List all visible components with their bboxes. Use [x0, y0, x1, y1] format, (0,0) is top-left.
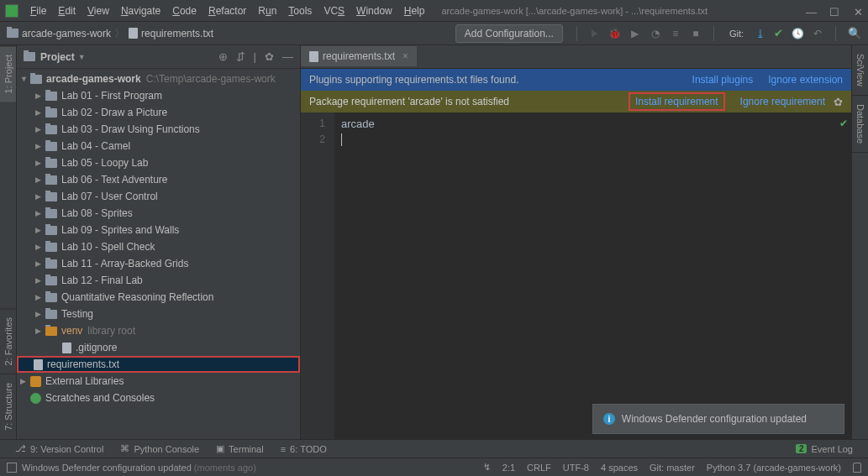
tree-folder[interactable]: ▶Lab 08 - Sprites [17, 205, 300, 222]
tree-folder[interactable]: ▶Lab 02 - Draw a Picture [17, 104, 300, 121]
breadcrumb-file[interactable]: requirements.txt [129, 28, 213, 39]
tree-folder[interactable]: ▶Testing [17, 306, 300, 322]
project-tree[interactable]: ▼ arcade-games-work C:\Temp\arcade-games… [17, 69, 300, 439]
expand-icon[interactable]: ▶ [35, 142, 44, 150]
tree-external-libraries[interactable]: ▶ External Libraries [17, 373, 300, 390]
indent-setting[interactable]: 4 spaces [601, 463, 638, 473]
event-log-tab[interactable]: 2 Event Log [787, 444, 861, 454]
tree-folder[interactable]: ▶Quantitative Reasoning Reflection [17, 289, 300, 306]
tree-folder[interactable]: ▶Lab 01 - First Program [17, 87, 300, 104]
expand-icon[interactable]: ▶ [35, 108, 44, 117]
profile-button[interactable]: ◔ [650, 28, 661, 39]
expand-icon[interactable]: ▶ [35, 310, 44, 318]
caret-position[interactable]: 2:1 [502, 463, 515, 473]
expand-icon[interactable]: ▶ [35, 92, 44, 100]
git-commit-icon[interactable]: ✔ [774, 27, 783, 39]
expand-icon[interactable]: ▶ [35, 259, 44, 268]
readonly-icon[interactable] [853, 463, 861, 473]
expand-icon[interactable]: ▶ [35, 276, 44, 285]
editor-tab-requirements[interactable]: requirements.txt × [301, 46, 417, 68]
line-separator[interactable]: CRLF [527, 463, 551, 473]
expand-icon[interactable]: ▶ [35, 192, 44, 201]
expand-icon[interactable]: ▼ [20, 75, 29, 83]
minimize-button[interactable]: — [806, 6, 816, 16]
tree-gitignore[interactable]: .gitignore [17, 339, 300, 356]
run-button[interactable] [589, 28, 601, 39]
expand-icon[interactable]: ▶ [35, 159, 44, 167]
tab-favorites[interactable]: 2: Favorites [0, 308, 16, 374]
stop-button[interactable]: ■ [690, 28, 702, 39]
code-editor[interactable]: 1 2 arcade ✔ [301, 112, 851, 439]
git-update-icon[interactable]: ⤓ [755, 27, 765, 40]
version-control-tab[interactable]: ⎇ 9: Version Control [7, 443, 112, 454]
goto-icon[interactable]: ↯ [483, 462, 491, 473]
tree-folder[interactable]: ▶Lab 11 - Array-Backed Grids [17, 255, 300, 272]
concurrency-button[interactable]: ≡ [670, 28, 681, 39]
tree-folder[interactable]: ▶Lab 07 - User Control [17, 188, 300, 205]
close-tab-icon[interactable]: × [402, 50, 408, 62]
tree-root[interactable]: ▼ arcade-games-work C:\Temp\arcade-games… [17, 71, 300, 87]
ignore-extension-link[interactable]: Ignore extension [768, 74, 843, 86]
panel-title[interactable]: Project [40, 51, 75, 63]
banner-settings-icon[interactable]: ✿ [834, 96, 843, 108]
git-branch[interactable]: Git: master [650, 463, 695, 473]
tab-structure[interactable]: 7: Structure [0, 374, 16, 439]
expand-icon[interactable]: ▶ [35, 293, 44, 301]
menu-code[interactable]: Code [167, 3, 202, 19]
menu-edit[interactable]: Edit [53, 3, 81, 19]
tree-folder[interactable]: ▶Lab 09 - Sprites and Walls [17, 222, 300, 238]
breadcrumb-project[interactable]: arcade-games-work [7, 28, 111, 39]
ignore-requirement-link[interactable]: Ignore requirement [740, 96, 825, 107]
panel-hide-icon[interactable]: — [282, 50, 293, 63]
collapse-icon[interactable]: ⇵ [236, 50, 245, 63]
install-requirement-link[interactable]: Install requirement [629, 92, 725, 111]
menu-refactor[interactable]: Refactor [203, 3, 251, 19]
tree-scratches[interactable]: Scratches and Consoles [17, 390, 300, 406]
expand-icon[interactable]: ▶ [35, 209, 44, 217]
code-content[interactable]: arcade [334, 112, 851, 439]
expand-icon[interactable]: ▶ [20, 377, 29, 385]
search-everywhere-icon[interactable]: 🔍 [848, 27, 861, 39]
expand-icon[interactable]: ▶ [35, 327, 44, 335]
locate-icon[interactable]: ⊕ [218, 50, 228, 63]
tree-requirements[interactable]: requirements.txt [17, 356, 300, 373]
close-button[interactable]: ✕ [853, 6, 863, 16]
tab-project[interactable]: 1: Project [0, 45, 16, 102]
tree-folder[interactable]: ▶Lab 12 - Final Lab [17, 272, 300, 289]
menu-run[interactable]: Run [253, 3, 281, 19]
panel-settings-icon[interactable]: ✿ [265, 50, 274, 63]
maximize-button[interactable]: ☐ [829, 6, 839, 16]
tree-folder[interactable]: ▶Lab 03 - Draw Using Functions [17, 121, 300, 138]
tree-folder[interactable]: ▶Lab 04 - Camel [17, 138, 300, 154]
tree-folder[interactable]: ▶Lab 06 - Text Adventure [17, 171, 300, 188]
menu-tools[interactable]: Tools [283, 3, 317, 19]
python-interpreter[interactable]: Python 3.7 (arcade-games-work) [707, 463, 841, 473]
menu-window[interactable]: Window [351, 3, 397, 19]
install-plugins-link[interactable]: Install plugins [692, 74, 754, 86]
todo-tab[interactable]: ≡ 6: TODO [272, 444, 335, 454]
expand-icon[interactable]: ▶ [35, 125, 44, 133]
menu-view[interactable]: View [82, 3, 114, 19]
terminal-tab[interactable]: ▣ Terminal [208, 443, 272, 454]
add-configuration-button[interactable]: Add Configuration... [455, 24, 563, 43]
tool-windows-icon[interactable] [7, 463, 17, 473]
menu-navigate[interactable]: Navigate [116, 3, 166, 19]
coverage-button[interactable]: ▶ [629, 28, 641, 39]
tree-venv[interactable]: ▶ venv library root [17, 322, 300, 339]
python-console-tab[interactable]: ⌘ Python Console [112, 443, 208, 454]
tab-database[interactable]: Database [852, 96, 868, 153]
panel-dropdown-icon[interactable]: ▼ [78, 53, 86, 61]
notification-toast[interactable]: i Windows Defender configuration updated [592, 404, 844, 434]
debug-button[interactable]: 🐞 [609, 28, 621, 39]
file-encoding[interactable]: UTF-8 [563, 463, 589, 473]
menu-vcs[interactable]: VCS [318, 3, 350, 19]
expand-icon[interactable]: ▶ [35, 226, 44, 234]
tab-sciview[interactable]: SciView [852, 45, 868, 96]
menu-help[interactable]: Help [399, 3, 430, 19]
expand-icon[interactable]: ▶ [35, 175, 44, 184]
menu-file[interactable]: File [25, 3, 51, 19]
expand-icon[interactable]: ▶ [35, 243, 44, 251]
inspection-ok-icon[interactable]: ✔ [839, 118, 848, 129]
git-rollback-icon[interactable]: ↶ [812, 28, 823, 39]
git-history-icon[interactable]: 🕓 [792, 28, 803, 39]
